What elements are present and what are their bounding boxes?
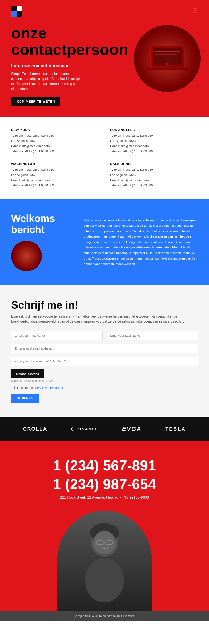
hamburger-icon[interactable]: ☰: [192, 8, 198, 15]
cta-address: 121 Rock Sreet, 21 Avenue, New York, NY …: [11, 495, 198, 499]
address-losangeles: LOS ANGELES 7789 Jim Rosa Lane, Suite 16…: [110, 128, 198, 154]
main-nav: ☰: [11, 6, 198, 17]
hero-description: Simple Text. Lorem ipsum dolor sit amet,…: [11, 71, 81, 91]
terms-checkbox[interactable]: [11, 386, 15, 389]
logo-binance: ⬡ BINANCE: [71, 427, 98, 431]
terms-link[interactable]: Servicevoorwaarden: [35, 386, 63, 389]
hero-title: onze contactpersoon: [11, 25, 128, 58]
hero-section: ☰ onze contactpersoon Laten we contact o…: [0, 0, 209, 117]
email-input[interactable]: [11, 344, 198, 353]
address-city: CALIFORNIË: [110, 162, 198, 165]
logo-crolla: CROLLA: [23, 426, 47, 432]
address-details: 7789 Jim Rosa Lane, Suite 160Los Angeles…: [11, 167, 99, 188]
address-details: 7789 Jim Rosa Lane, Suite 160Los Angeles…: [110, 167, 198, 188]
address-washington: WASHINGTON 7789 Jim Rosa Lane, Suite 160…: [11, 162, 99, 188]
svg-rect-2: [146, 68, 188, 70]
logo: [11, 6, 22, 17]
welcome-title: Welkoms bericht: [11, 213, 72, 235]
svg-point-14: [85, 558, 124, 602]
file-size-note: Maximale bestandsgrootte: 10 MB: [11, 379, 198, 382]
signup-description: Eigenlijk is dit vrij eenvoudig te reali…: [11, 314, 198, 324]
upload-button[interactable]: Upload bestand: [11, 369, 44, 378]
svg-point-7: [166, 63, 168, 65]
addresses-section: NEW YORK 7789 Jim Rosa Lane, Suite 160Lo…: [0, 117, 209, 199]
name-row: [11, 331, 198, 340]
terms-label: I accept the: [17, 386, 33, 389]
hero-subtitle: Laten we contact opnemen: [11, 64, 128, 69]
address-city: NEW YORK: [11, 128, 99, 131]
phone-number-2: 1 (234) 987-654: [11, 476, 198, 492]
hero-cta-button[interactable]: KOM MEER TE WETEN: [11, 97, 60, 106]
phone-input[interactable]: [11, 357, 198, 366]
address-california: CALIFORNIË 7789 Jim Rosa Lane, Suite 160…: [110, 162, 198, 188]
hero-image: [134, 25, 201, 92]
address-details: 7789 Jim Rosa Lane, Suite 160Los Angeles…: [110, 133, 198, 154]
welcome-image: [11, 241, 42, 271]
svg-rect-1: [153, 48, 182, 65]
logos-section: CROLLA ⬡ BINANCE EVGA TESLA: [0, 417, 209, 441]
logo-tesla: TESLA: [165, 426, 186, 432]
signup-section: Schrijf me in! Eigenlijk is dit vrij een…: [0, 285, 209, 417]
address-city: WASHINGTON: [11, 162, 99, 165]
terms-row: I accept the Servicevoorwaarden: [11, 386, 198, 389]
first-name-input[interactable]: [11, 331, 103, 340]
cta-section: 1 (234) 567-891 1 (234) 987-654 121 Rock…: [0, 441, 209, 611]
signup-title: Schrijf me in!: [11, 299, 198, 311]
address-newyork: NEW YORK 7789 Jim Rosa Lane, Suite 160Lo…: [11, 128, 99, 154]
footer-note: Sample text. Click to select the Text El…: [0, 611, 209, 621]
welcome-text: Nisi lacus sed viverra tellus in. Nunc a…: [84, 218, 198, 267]
address-city: LOS ANGELES: [110, 128, 198, 131]
welcome-section: Welkoms bericht Nisi lacus sed viverra t…: [0, 199, 209, 285]
cta-person-image: [57, 511, 152, 611]
submit-button[interactable]: INDIENEN: [11, 394, 39, 403]
logo-evga: EVGA: [122, 425, 142, 433]
address-details: 7789 Jim Rosa Lane, Suite 160Los Angeles…: [11, 133, 99, 154]
phone-number-1: 1 (234) 567-891: [11, 458, 198, 474]
upload-area: Upload bestand Maximale bestandsgrootte:…: [11, 369, 198, 382]
last-name-input[interactable]: [107, 331, 198, 340]
welcome-left: Welkoms bericht: [11, 213, 72, 271]
